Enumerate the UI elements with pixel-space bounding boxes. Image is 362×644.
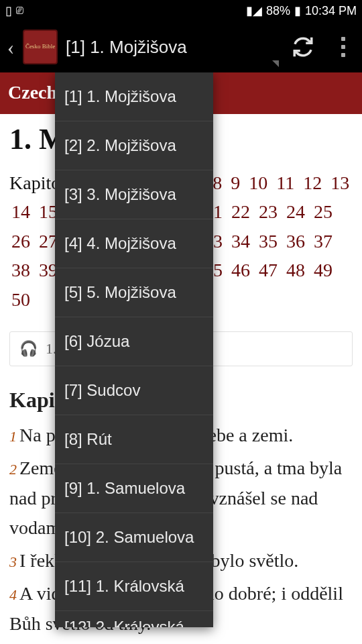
- chapter-link[interactable]: 50: [11, 289, 30, 310]
- dot-icon: [341, 45, 345, 49]
- chapter-link[interactable]: 37: [314, 231, 333, 252]
- chapter-link[interactable]: 25: [314, 201, 333, 222]
- dropdown-item[interactable]: [5] 5. Mojžišova: [55, 268, 213, 317]
- chapter-link[interactable]: 34: [231, 231, 250, 252]
- verse-number: 2: [9, 461, 17, 478]
- chapter-link[interactable]: 35: [259, 231, 278, 252]
- book-dropdown[interactable]: [1] 1. Mojžišova[2] 2. Mojžišova[3] 3. M…: [55, 72, 213, 627]
- dropdown-item[interactable]: [7] Sudcov: [55, 366, 213, 415]
- verse-number: 4: [9, 586, 17, 603]
- battery-text: 88%: [266, 4, 290, 18]
- sim-icon: ▯: [5, 3, 12, 18]
- verse-number: 1: [9, 428, 17, 445]
- dropdown-item[interactable]: [10] 2. Samuelova: [55, 513, 213, 562]
- verse-number: 3: [9, 553, 17, 570]
- dropdown-item[interactable]: [1] 1. Mojžišova: [55, 72, 213, 121]
- chapter-link[interactable]: 36: [286, 231, 305, 252]
- verse: 5A nazval Bůh světlo dnem, a tmu nazval …: [9, 642, 353, 644]
- refresh-button[interactable]: [287, 31, 319, 63]
- chapter-link[interactable]: 10: [249, 172, 267, 193]
- book-spinner[interactable]: [1] 1. Mojžišova: [62, 37, 272, 58]
- chapter-link[interactable]: 13: [330, 172, 349, 193]
- chapter-link[interactable]: 23: [259, 201, 278, 222]
- status-bar: ▯ ⎚ ▮◢ 88% ▮ 10:34 PM: [0, 0, 362, 21]
- dropdown-item[interactable]: [6] Józua: [55, 317, 213, 366]
- dropdown-item[interactable]: [12] 2. Královská: [55, 611, 213, 627]
- chapter-link[interactable]: 14: [11, 201, 30, 222]
- chapter-link[interactable]: 11: [276, 172, 294, 193]
- dot-icon: [341, 53, 345, 57]
- dot-icon: [341, 37, 345, 41]
- chapter-link[interactable]: 26: [11, 231, 30, 252]
- back-icon[interactable]: ‹: [3, 35, 19, 60]
- chapter-link[interactable]: 47: [259, 260, 278, 280]
- chapter-link[interactable]: 9: [231, 172, 240, 193]
- chapter-link[interactable]: 24: [286, 201, 305, 222]
- overflow-menu-button[interactable]: [333, 37, 354, 57]
- clock-text: 10:34 PM: [305, 4, 357, 18]
- dropdown-item[interactable]: [3] 3. Mojžišova: [55, 170, 213, 219]
- signal-icon: ▮◢: [246, 3, 262, 18]
- app-icon[interactable]: Česko Bible: [23, 30, 58, 64]
- chapter-link[interactable]: 8: [213, 172, 222, 193]
- sd-icon: ⎚: [16, 3, 23, 18]
- spinner-caret-icon: [272, 60, 279, 67]
- refresh-icon: [292, 36, 314, 58]
- chapter-link[interactable]: 38: [11, 260, 30, 280]
- chapter-link[interactable]: 48: [286, 260, 305, 280]
- battery-icon: ▮: [294, 3, 301, 18]
- chapter-link[interactable]: 12: [303, 172, 322, 193]
- dropdown-item[interactable]: [4] 4. Mojžišova: [55, 219, 213, 268]
- dropdown-item[interactable]: [11] 1. Královská: [55, 562, 213, 611]
- headphones-icon: 🎧: [19, 340, 38, 358]
- dropdown-item[interactable]: [9] 1. Samuelova: [55, 464, 213, 513]
- chapter-link[interactable]: 22: [231, 201, 250, 222]
- chapter-link[interactable]: 49: [314, 260, 333, 280]
- dropdown-item[interactable]: [8] Rút: [55, 415, 213, 464]
- chapter-link[interactable]: 46: [231, 260, 250, 280]
- dropdown-item[interactable]: [2] 2. Mojžišova: [55, 121, 213, 170]
- app-bar: ‹ Česko Bible [1] 1. Mojžišova: [0, 21, 362, 72]
